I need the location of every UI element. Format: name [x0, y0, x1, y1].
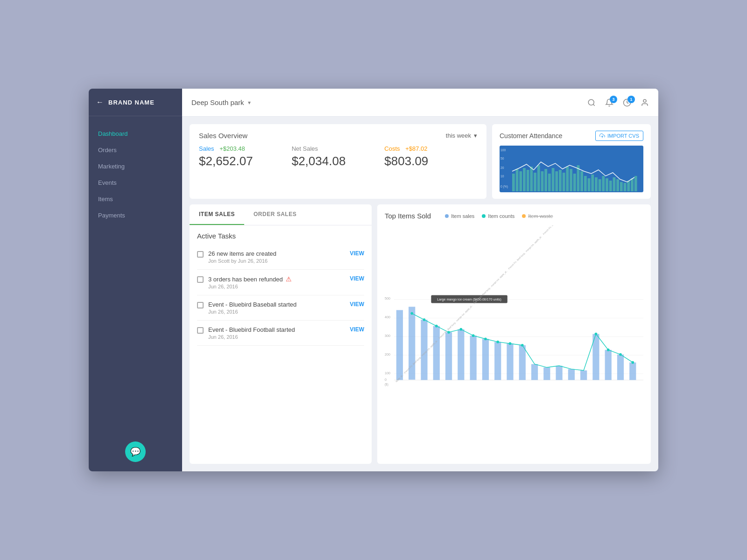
task-title: 26 new items are created	[208, 250, 345, 257]
line-dot	[631, 361, 634, 364]
line-dot	[619, 353, 622, 356]
attendance-header: Customer Attendance IMPORT CVS	[500, 131, 643, 141]
period-selector[interactable]: this week ▾	[446, 132, 477, 139]
svg-rect-31	[602, 176, 605, 191]
svg-rect-21	[566, 167, 569, 191]
task-view-button[interactable]: VIEW	[350, 326, 364, 333]
sidebar-item-dashboard[interactable]: Dashboard	[89, 126, 182, 142]
svg-rect-14	[541, 171, 544, 191]
top-row: Sales Overview this week ▾ Sales +$203.4…	[190, 124, 651, 199]
svg-rect-15	[544, 169, 547, 191]
metric-sales: Sales +$203.48 $2,652.07	[199, 145, 292, 168]
task-meta: Jun 26, 2016	[208, 284, 345, 289]
bar	[519, 345, 526, 380]
svg-text:mango ice..: mango ice..	[490, 277, 500, 287]
bar	[470, 336, 477, 380]
task-content: 26 new items are created Jon Scott by Ju…	[208, 250, 345, 264]
line-dot	[509, 342, 512, 345]
period-chevron-icon: ▾	[474, 132, 477, 139]
task-title: Event - Bluebird Baseball started	[208, 301, 345, 308]
svg-rect-11	[530, 167, 533, 191]
bar	[617, 355, 624, 380]
svg-rect-23	[573, 174, 576, 191]
task-meta: Jun 26, 2016	[208, 309, 345, 315]
svg-rect-8	[519, 171, 522, 191]
topbar: Deep South park ▾ 3 1	[182, 89, 658, 117]
left-panel: ITEM SALES ORDER SALES Active Tasks 26	[190, 204, 372, 464]
bar	[605, 350, 612, 380]
legend-item-sales: Item sales	[445, 213, 474, 219]
net-sales-value: $2,034.08	[292, 154, 385, 168]
svg-rect-10	[527, 170, 529, 191]
clock-badge: 1	[627, 96, 635, 103]
line-dot	[595, 333, 598, 336]
import-cvs-button[interactable]: IMPORT CVS	[595, 131, 643, 141]
task-view-button[interactable]: VIEW	[350, 250, 364, 257]
legend-label-waste: Item waste	[528, 213, 553, 219]
tab-order-sales[interactable]: ORDER SALES	[244, 204, 306, 225]
svg-text:apple_al..: apple_al..	[534, 235, 543, 244]
topbar-actions: 3 1	[587, 98, 649, 107]
task-checkbox[interactable]	[197, 327, 204, 334]
svg-line-1	[593, 104, 594, 105]
notifications-button[interactable]: 3	[605, 98, 613, 107]
svg-rect-9	[523, 168, 526, 191]
sidebar-nav: Dashboard Orders Marketing Events Items …	[89, 116, 182, 441]
task-checkbox[interactable]	[197, 251, 204, 258]
svg-rect-25	[580, 171, 583, 191]
svg-rect-22	[570, 169, 572, 191]
svg-text:French Fri..: French Fri..	[508, 260, 518, 270]
search-button[interactable]	[587, 98, 596, 107]
task-item: 26 new items are created Jon Scott by Ju…	[197, 245, 364, 270]
sidebar-item-marketing[interactable]: Marketing	[89, 158, 182, 175]
costs-label: Costs	[384, 145, 400, 152]
svg-rect-26	[584, 176, 587, 191]
bar	[494, 342, 501, 380]
svg-rect-13	[537, 165, 540, 191]
task-checkbox[interactable]	[197, 276, 204, 283]
svg-rect-40	[634, 176, 637, 191]
legend-item-counts: Item counts	[482, 213, 514, 219]
location-chevron-icon: ▾	[248, 99, 251, 106]
legend-label-sales: Item sales	[451, 213, 474, 219]
line-dot	[435, 325, 438, 328]
sales-overview-title: Sales Overview	[199, 132, 247, 140]
line-dot	[410, 312, 413, 315]
task-view-button[interactable]: VIEW	[350, 301, 364, 308]
sales-label: Sales	[199, 145, 214, 152]
line-dot	[607, 349, 610, 351]
clock-button[interactable]: 1	[623, 98, 631, 107]
legend-dot-waste	[522, 214, 526, 218]
customer-attendance-card: Customer Attendance IMPORT CVS	[492, 124, 651, 199]
legend-item-waste: Item waste	[522, 213, 553, 219]
location-selector[interactable]: Deep South park ▾	[191, 98, 251, 106]
sidebar-item-payments[interactable]: Payments	[89, 207, 182, 224]
svg-text:mango ice..: mango ice..	[456, 312, 466, 322]
task-checkbox[interactable]	[197, 302, 204, 308]
bar	[629, 363, 636, 380]
svg-point-3	[643, 99, 646, 102]
svg-rect-33	[609, 181, 612, 191]
period-label: this week	[446, 132, 471, 139]
sidebar-item-events[interactable]: Events	[89, 175, 182, 191]
bar	[568, 369, 575, 380]
task-view-button[interactable]: VIEW	[350, 275, 364, 282]
sidebar-item-orders[interactable]: Orders	[89, 142, 182, 158]
sidebar-header: ← BRAND NAME	[89, 89, 182, 116]
back-arrow-icon[interactable]: ←	[96, 98, 104, 106]
location-label: Deep South park	[191, 98, 244, 106]
chat-fab-button[interactable]: 💬	[125, 441, 146, 462]
svg-rect-34	[613, 177, 616, 191]
bar	[507, 343, 513, 380]
line-dot	[423, 318, 426, 321]
svg-text:apple_al..: apple_al..	[499, 270, 508, 279]
bar-chart: 500 400 300 200 100 0 ($)	[385, 225, 643, 456]
sidebar-item-items[interactable]: Items	[89, 191, 182, 207]
sales-overview-header: Sales Overview this week ▾	[199, 132, 477, 140]
tooltip-text: Large mango ice cream ($450.00/170 units…	[437, 298, 501, 301]
user-button[interactable]	[641, 98, 649, 107]
svg-text:20: 20	[500, 166, 504, 169]
tab-item-sales[interactable]: ITEM SALES	[190, 204, 244, 225]
bar	[580, 371, 587, 380]
bar	[445, 332, 452, 380]
